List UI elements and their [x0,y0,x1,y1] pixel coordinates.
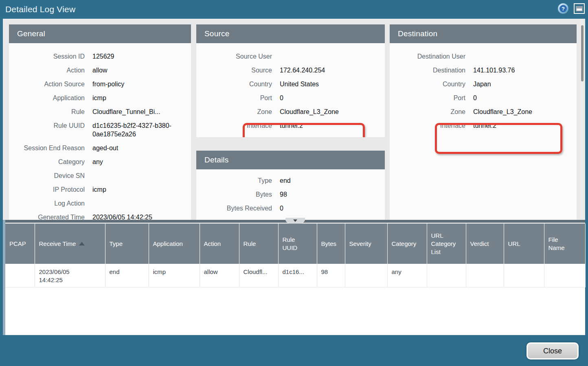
help-icon[interactable]: ? [558,3,568,14]
column-header-receive-time[interactable]: Receive Time [35,224,105,264]
field-row: Generated Time2023/06/05 14:42:25 [9,213,191,220]
sort-asc-icon [79,242,85,245]
source-panel: Source Source User Source172.64.240.254 … [196,24,385,137]
field-label: Session ID [9,52,92,61]
splitter-handle[interactable] [285,218,305,223]
general-panel: General Session ID125629 Actionallow Act… [9,24,191,220]
field-label: Device SN [9,171,92,180]
page-title: Detailed Log View [5,4,75,14]
cell-pcap [5,264,35,287]
field-row: Source User [196,52,385,61]
details-panel: Details Typeend Bytes98 Bytes Received0 [196,151,385,220]
field-value: any [92,158,191,166]
field-row: Interfacetunnel.2 [390,121,577,130]
column-header-pcap[interactable]: PCAP [5,224,35,264]
field-label: Action Source [9,80,92,88]
field-value: 2023/06/05 14:42:25 [92,213,191,220]
cell-type: end [105,264,149,287]
window-glyph [576,6,583,11]
column-header-rule-uuid[interactable]: Rule UUID [278,224,317,264]
field-label: Country [196,80,280,88]
field-label: Generated Time [9,213,92,220]
field-value: 125629 [92,52,191,61]
field-label: Destination [390,66,473,75]
field-value [92,199,191,208]
column-header-rule[interactable]: Rule [239,224,278,264]
column-header-bytes[interactable]: Bytes [317,224,345,264]
dialog-footer: Close [0,335,588,366]
field-label: Interface [196,121,280,130]
field-value: 141.101.93.76 [473,66,577,75]
dialog-titlebar: Detailed Log View ? [0,0,588,19]
column-header-category[interactable]: Category [387,224,427,264]
field-row: Session ID125629 [9,52,191,61]
cell-action: allow [200,264,239,287]
field-row: Interfacetunnel.2 [196,121,385,130]
field-row: ZoneCloudflare_L3_Zone [196,107,385,116]
field-row: Bytes98 [196,190,385,199]
vertical-scrollbar[interactable] [579,19,585,220]
field-label: Interface [390,121,473,130]
log-table: PCAP Receive Time Type Application Actio… [5,224,586,287]
destination-panel: Destination Destination User Destination… [390,24,577,220]
column-header-action[interactable]: Action [200,224,239,264]
column-header-application[interactable]: Application [149,224,200,264]
field-value: 0 [280,204,385,213]
field-value: 98 [280,190,385,199]
cell-bytes: 98 [317,264,345,287]
field-value: allow [92,66,191,75]
table-row[interactable]: 2023/06/05 14:42:25 end icmp allow Cloud… [5,264,585,287]
table-header-row: PCAP Receive Time Type Application Actio… [5,224,585,264]
field-row: Bytes Received0 [196,204,385,213]
field-value: aged-out [92,144,191,152]
column-header-severity[interactable]: Severity [345,224,387,264]
field-label: Category [9,158,92,166]
field-label: Destination User [390,52,473,61]
field-label: Source [196,66,280,75]
column-header-url-category-list[interactable]: URL Category List [427,224,466,264]
pane-splitter[interactable] [5,220,585,223]
field-row: Typeend [196,176,385,185]
field-value: Cloudflare_L3_Zone [280,107,385,116]
field-row: Destination141.101.93.76 [390,66,577,75]
detail-panels-area: General Session ID125629 Actionallow Act… [3,19,585,220]
log-table-section: PCAP Receive Time Type Application Actio… [3,220,585,335]
cell-category: any [387,264,427,287]
field-label: Port [196,94,280,102]
column-header-verdict[interactable]: Verdict [466,224,504,264]
field-row: Destination User [390,52,577,61]
field-value [473,52,577,61]
field-label: Bytes Received [196,204,280,213]
field-value [92,171,191,180]
field-label: Zone [390,107,473,116]
field-value: end [280,176,385,185]
field-label: Bytes [196,190,280,199]
field-label: Rule UUID [9,121,92,138]
field-label: Zone [196,107,280,116]
field-value: icmp [92,94,191,102]
source-panel-header: Source [196,24,385,43]
field-value: d1c16235-b2f2-4327-b380-0ae1875e2a26 [92,121,191,138]
field-value: Cloudflare_L3_Zone [473,107,577,116]
field-row: Session End Reasonaged-out [9,144,191,152]
column-header-type[interactable]: Type [105,224,149,264]
field-row: IP Protocolicmp [9,185,191,194]
column-header-file-name[interactable]: File Name [544,224,585,264]
cell-verdict [466,264,504,287]
scrollbar-thumb[interactable] [581,25,584,81]
column-header-url[interactable]: URL [504,224,544,264]
field-label: Rule [9,107,92,116]
field-row: Source172.64.240.254 [196,66,385,75]
field-value: from-policy [92,80,191,88]
cell-application: icmp [149,264,200,287]
cell-file-name [544,264,585,287]
field-row: Device SN [9,171,191,180]
field-row: Port0 [196,94,385,102]
field-label: Session End Reason [9,144,92,152]
field-value: Japan [473,80,577,88]
cell-url [504,264,544,287]
field-label: Type [196,176,280,185]
close-button[interactable]: Close [527,342,579,359]
restore-window-icon[interactable] [574,3,585,14]
field-value: 0 [280,94,385,102]
